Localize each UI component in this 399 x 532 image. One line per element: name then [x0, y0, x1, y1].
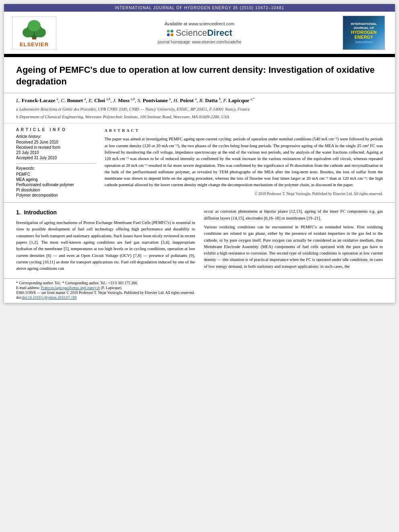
header-center: Available at www.sciencedirect.com Scien… [56, 21, 343, 44]
sd-dot-green [167, 30, 170, 33]
sciencedirect-wordmark: ScienceDirect [176, 28, 232, 38]
article-history: Article history: Received 25 June 2010 R… [16, 134, 97, 160]
affiliation-a: a Laboratoire Réactions et Génie des Pro… [16, 106, 383, 113]
article-info-label: A R T I C L E I N F O [16, 127, 97, 132]
intro-text-right-1: occur as corrosion phenomena at bipolar … [204, 208, 383, 222]
article-title-section: Ageing of PEMFC's due to operation at lo… [4, 57, 395, 93]
journal-homepage-text: journal homepage: www.elsevier.com/locat… [158, 40, 241, 44]
cover-highlight-text: HYDROGENENERGY [351, 30, 377, 39]
sciencedirect-logo: ScienceDirect [167, 28, 232, 38]
cover-title-text: International Journal of [345, 22, 383, 30]
keywords-block: Keywords: PEMFC MEA ageing Perfluorinate… [16, 166, 97, 197]
article-info-column: A R T I C L E I N F O Article history: R… [16, 127, 97, 198]
copyright-text: © 2010 Professor T. Nejat Veziroglu. Pub… [105, 191, 383, 197]
header-section: ELSEVIER Available at www.sciencedirect.… [4, 12, 395, 55]
section-title: Introduction [24, 209, 57, 216]
available-at-text: Available at www.sciencedirect.com [165, 21, 234, 26]
page: International Journal of Hydrogen Energy… [4, 4, 395, 303]
authors-line: L. Franck-Lacaze a, C. Bonnet a, E. Choi… [16, 97, 383, 105]
revised-label: Received in revised form [16, 145, 97, 150]
intro-text-right-2: Various oxidizing conditions can be enco… [204, 224, 383, 270]
sd-dot-teal [171, 30, 173, 33]
keyword-1: PEMFC [16, 172, 97, 177]
keywords-label: Keywords: [16, 166, 97, 170]
footnote-section: * Corresponding author. Tel.: * Correspo… [4, 278, 395, 303]
abstract-label: A B S T R A C T [105, 127, 383, 134]
body-two-columns: 1. Introduction Investigation of ageing … [16, 208, 383, 274]
intro-text-left: Investigation of ageing mechanisms of Pr… [16, 220, 195, 272]
doi-link[interactable]: doi:10.1016/j.ijhydene.2010.07.180 [22, 296, 77, 300]
intro-heading: 1. Introduction [16, 208, 195, 217]
elsevier-logo: ELSEVIER [12, 16, 56, 49]
sd-dot-blue [167, 33, 170, 36]
footnote-issn: 0360-3199/$ — see front matter © 2010 Pr… [16, 291, 383, 295]
received-date: Received 25 June 2010 [16, 140, 97, 144]
sd-dot-orange [171, 33, 173, 36]
body-col-right: occur as corrosion phenomena at bipolar … [204, 208, 383, 274]
keyword-2: MEA ageing [16, 177, 97, 182]
journal-cover-area: International Journal of HYDROGENENERGY … [343, 16, 387, 50]
keyword-3: Perfluorinated sulfonate polymer [16, 183, 97, 187]
section-number: 1. [16, 209, 21, 216]
info-divider [16, 163, 97, 164]
journal-cover-image: International Journal of HYDROGENENERGY … [343, 16, 385, 50]
journal-header-bar: International Journal of Hydrogen Energy… [4, 4, 395, 12]
footnote-doi: doi:doi:10.1016/j.ijhydene.2010.07.180 [16, 296, 383, 300]
elsevier-wordmark: ELSEVIER [20, 41, 49, 47]
email-link[interactable]: Francois.lapicque@ensic.inpl-nancy.fr [41, 286, 100, 290]
body-col-left: 1. Introduction Investigation of ageing … [16, 208, 195, 274]
history-label: Article history: [16, 134, 97, 139]
footnote-email: E-mail address: Francois.lapicque@ensic.… [16, 286, 383, 290]
keyword-5: Polymer decomposition [16, 193, 97, 197]
info-abstract-section: A R T I C L E I N F O Article history: R… [4, 123, 395, 203]
revised-date: 23 July 2010 [16, 150, 97, 155]
article-title: Ageing of PEMFC's due to operation at lo… [16, 64, 383, 87]
cover-sd-text: ScienceDirect [355, 41, 372, 43]
abstract-column: A B S T R A C T The paper was aimed at i… [105, 127, 383, 198]
affiliation-b: b Department of Chemical Engineering, Wo… [16, 114, 383, 120]
keyword-4: Pt dissolution [16, 188, 97, 192]
main-content: 1. Introduction Investigation of ageing … [4, 203, 395, 278]
footnote-corresponding: * Corresponding author. Tel.: * Correspo… [16, 281, 383, 285]
sd-dots-icon [167, 30, 173, 36]
journal-citation: International Journal of Hydrogen Energy… [115, 6, 284, 10]
svg-point-4 [28, 20, 41, 31]
abstract-text: The paper was aimed at investigating PEM… [105, 136, 383, 188]
elsevier-tree-icon [18, 18, 50, 41]
authors-section: L. Franck-Lacaze a, C. Bonnet a, E. Choi… [4, 93, 395, 123]
accepted-date: Accepted 31 July 2010 [16, 156, 97, 160]
